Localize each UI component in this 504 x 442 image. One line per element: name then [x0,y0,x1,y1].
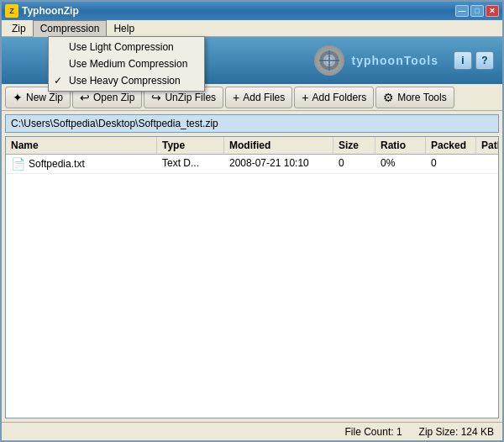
open-zip-icon: ↩ [80,91,90,104]
menu-help[interactable]: Help [107,21,141,36]
more-tools-icon: ⚙ [383,91,394,104]
compression-medium-label: Use Medium Compression [69,58,187,70]
app-icon: Z [5,4,18,18]
col-type[interactable]: Type [157,137,224,154]
add-folders-button[interactable]: + Add Folders [294,87,374,108]
zip-size-label: Zip Size: [419,426,459,438]
close-button[interactable]: ✕ [486,5,499,17]
menu-compression[interactable]: Compression [33,20,108,37]
main-window: Z TyphoonZip — □ ✕ Zip Compression Help … [0,0,504,442]
compression-heavy-label: Use Heavy Compression [69,75,181,87]
more-tools-button[interactable]: ⚙ More Tools [375,87,454,108]
help-button[interactable]: ? [475,51,494,70]
col-modified[interactable]: Modified [224,137,333,154]
title-bar: Z TyphoonZip — □ ✕ [2,2,502,20]
status-bar: File Count: 1 Zip Size: 124 KB [2,422,502,440]
col-ratio[interactable]: Ratio [375,137,426,154]
col-packed[interactable]: Packed [426,137,476,154]
more-tools-label: More Tools [397,92,446,103]
col-size[interactable]: Size [333,137,375,154]
table-header: Name Type Modified Size Ratio Packed Pat… [6,137,498,155]
checkmark-icon: ✓ [54,75,62,87]
compression-dropdown: Use Light Compression Use Medium Compres… [48,36,205,92]
compression-heavy[interactable]: ✓ Use Heavy Compression [49,72,204,89]
unzip-icon: ↪ [151,91,161,104]
table-body: 📄 Softpedia.txt Text D... 2008-07-21 10:… [6,155,498,418]
file-icon: 📄 [11,157,25,171]
menu-bar: Zip Compression Help Use Light Compressi… [2,20,502,37]
add-files-button[interactable]: + Add Files [225,87,292,108]
col-path[interactable]: Path [476,137,499,154]
add-folders-label: Add Folders [312,92,366,103]
zip-size-value: 124 KB [461,426,494,438]
file-path [476,155,498,173]
file-area: Name Type Modified Size Ratio Packed Pat… [5,136,499,418]
compression-light[interactable]: Use Light Compression [49,39,204,55]
compression-light-label: Use Light Compression [69,41,174,53]
logo-icon [314,45,344,76]
file-count-text: File Count: 1 [345,426,402,438]
window-controls: — □ ✕ [455,5,499,17]
file-count-label: File Count: [345,426,394,438]
menu-zip[interactable]: Zip [5,21,33,36]
header-buttons: i ? [454,51,494,70]
zip-size-text: Zip Size: 124 KB [419,426,494,438]
table-row[interactable]: 📄 Softpedia.txt Text D... 2008-07-21 10:… [6,155,498,174]
maximize-button[interactable]: □ [470,5,484,17]
logo-text: typhoonTools [351,54,438,67]
add-files-icon: + [233,91,239,104]
add-folders-icon: + [302,91,308,104]
minimize-button[interactable]: — [455,5,469,17]
file-type: Text D... [157,155,224,173]
file-count-value: 1 [396,426,402,438]
current-path: C:\Users\Softpedia\Desktop\Softpedia_tes… [11,118,218,129]
info-button[interactable]: i [454,51,472,70]
col-name[interactable]: Name [6,137,157,154]
file-name-cell: 📄 Softpedia.txt [6,155,157,173]
logo-area: typhoonTools i ? [314,45,494,76]
path-bar: C:\Users\Softpedia\Desktop\Softpedia_tes… [5,114,499,133]
file-ratio: 0% [375,155,426,173]
new-zip-label: New Zip [26,92,63,103]
file-packed: 0 [426,155,476,173]
new-zip-icon: ✦ [13,91,23,104]
window-title: TyphoonZip [22,5,455,17]
file-modified: 2008-07-21 10:10 [224,155,333,173]
file-size: 0 [333,155,375,173]
unzip-files-label: UnZip Files [165,92,216,103]
file-name: Softpedia.txt [29,158,85,170]
open-zip-label: Open Zip [93,92,134,103]
compression-medium[interactable]: Use Medium Compression [49,55,204,72]
add-files-label: Add Files [243,92,285,103]
